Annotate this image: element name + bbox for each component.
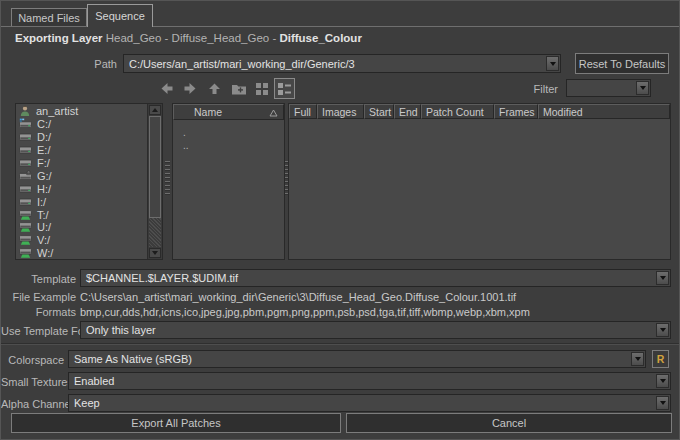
alpha-channels-value: Keep	[74, 397, 100, 409]
place-label: C:/	[37, 118, 51, 130]
export-dialog: Named Files Sequence Exporting Layer Hea…	[0, 0, 680, 440]
place-label: H:/	[37, 183, 51, 195]
chevron-down-icon[interactable]	[656, 323, 669, 337]
drive-icon	[19, 144, 32, 156]
column-header-start[interactable]: Start	[364, 104, 394, 119]
drive-icon	[19, 196, 32, 208]
column-header-end[interactable]: End	[394, 104, 421, 119]
grid-view-icon[interactable]	[253, 80, 270, 97]
place-label: an_artist	[36, 105, 78, 117]
detail-view-icon[interactable]	[274, 78, 295, 99]
shared-drive-icon	[19, 170, 32, 182]
path-label: Path	[1, 58, 117, 70]
up-icon[interactable]	[206, 80, 223, 97]
alpha-channels-combobox[interactable]: Keep	[68, 394, 671, 412]
network-drive-icon	[19, 247, 32, 259]
scroll-down-icon[interactable]	[149, 248, 161, 258]
sequence-table-header-row: Full Images Start End Patch Count Frames…	[289, 104, 670, 120]
use-template-for-label: Use Template For	[1, 325, 76, 337]
template-label: Template	[1, 273, 76, 285]
chevron-down-icon[interactable]	[631, 352, 644, 366]
place-label: T:/	[37, 209, 49, 221]
column-header-modified[interactable]: Modified	[538, 104, 670, 119]
place-label: G:/	[37, 170, 52, 182]
name-header-label: Name	[194, 106, 222, 118]
new-folder-icon[interactable]	[230, 80, 247, 97]
alpha-channels-label: Alpha Channels	[1, 398, 64, 410]
path-combobox[interactable]: C:/Users/an_artist/mari_working_dir/Gene…	[123, 54, 561, 73]
list-item[interactable]: V:/	[16, 234, 146, 247]
place-label: E:/	[37, 144, 50, 156]
network-drive-icon	[19, 234, 32, 246]
use-template-for-value: Only this layer	[86, 324, 156, 336]
network-drive-icon	[19, 209, 32, 221]
list-item[interactable]: F:/	[16, 157, 146, 170]
filter-combobox[interactable]	[566, 79, 651, 97]
path-value: C:/Users/an_artist/mari_working_dir/Gene…	[129, 58, 355, 70]
system-drive-icon	[19, 118, 32, 130]
list-item[interactable]: C:/	[16, 118, 146, 131]
column-header-full[interactable]: Full	[289, 104, 317, 119]
sort-ascending-icon	[269, 109, 278, 117]
colorspace-reset-button[interactable]: R	[652, 350, 669, 368]
user-icon	[19, 105, 31, 117]
chevron-down-icon[interactable]	[636, 81, 649, 95]
list-item[interactable]: .	[173, 126, 284, 139]
place-label: V:/	[37, 234, 50, 246]
list-item[interactable]: D:/	[16, 131, 146, 144]
directory-panel: Name . ..	[172, 103, 285, 260]
section-divider	[1, 343, 680, 345]
template-combobox[interactable]: $CHANNEL.$LAYER.$UDIM.tif	[80, 269, 671, 287]
file-example-label: File Example	[1, 291, 76, 303]
forward-icon[interactable]	[182, 80, 199, 97]
small-textures-value: Enabled	[74, 375, 114, 387]
place-label: F:/	[37, 157, 50, 169]
export-all-patches-button[interactable]: Export All Patches	[11, 413, 341, 433]
scroll-up-icon[interactable]	[149, 105, 161, 115]
list-item[interactable]: I:/	[16, 195, 146, 208]
scrollbar-thumb[interactable]	[149, 116, 161, 218]
exporting-layer-path: Head_Geo - Diffuse_Head_Geo -	[106, 32, 280, 44]
place-label: W:/	[37, 247, 53, 259]
place-label: I:/	[37, 196, 46, 208]
tab-named-files[interactable]: Named Files	[11, 8, 87, 26]
name-column-header[interactable]: Name	[173, 104, 284, 120]
small-textures-label: Small Textures	[1, 376, 64, 388]
colorspace-label: Colorspace	[1, 354, 64, 366]
template-value: $CHANNEL.$LAYER.$UDIM.tif	[86, 272, 238, 284]
reset-to-defaults-button[interactable]: Reset To Defaults	[575, 53, 669, 74]
filter-label: Filter	[481, 83, 558, 95]
places-list: an_artist C:/ D:/ E:/ F:/ G:/	[16, 105, 146, 260]
sequence-table-panel: Full Images Start End Patch Count Frames…	[288, 103, 671, 260]
chevron-down-icon[interactable]	[656, 271, 669, 285]
tab-sequence[interactable]: Sequence	[87, 4, 153, 27]
drive-icon	[19, 157, 32, 169]
back-icon[interactable]	[158, 80, 175, 97]
column-header-patch-count[interactable]: Patch Count	[421, 104, 494, 119]
list-item[interactable]: U:/	[16, 221, 146, 234]
cancel-button[interactable]: Cancel	[346, 413, 672, 433]
drive-icon	[19, 183, 32, 195]
list-item[interactable]: T:/	[16, 208, 146, 221]
place-label: D:/	[37, 131, 51, 143]
colorspace-value: Same As Native (sRGB)	[74, 353, 192, 365]
list-item[interactable]: H:/	[16, 182, 146, 195]
list-item[interactable]: E:/	[16, 144, 146, 157]
use-template-for-combobox[interactable]: Only this layer	[80, 321, 671, 339]
list-item[interactable]: ..	[173, 139, 284, 152]
exporting-layer-channel: Diffuse_Colour	[279, 32, 361, 44]
places-scrollbar[interactable]	[147, 104, 162, 259]
colorspace-combobox[interactable]: Same As Native (sRGB)	[68, 350, 646, 368]
chevron-down-icon[interactable]	[656, 396, 669, 410]
chevron-down-icon[interactable]	[656, 374, 669, 388]
small-textures-combobox[interactable]: Enabled	[68, 372, 671, 390]
list-item[interactable]: G:/	[16, 169, 146, 182]
splitter-handle[interactable]	[165, 161, 170, 197]
list-item[interactable]: an_artist	[16, 105, 146, 118]
exporting-layer-label: Exporting Layer	[15, 32, 103, 44]
column-header-images[interactable]: Images	[317, 104, 364, 119]
column-header-frames[interactable]: Frames	[494, 104, 538, 119]
chevron-down-icon[interactable]	[546, 56, 559, 71]
list-item[interactable]: W:/	[16, 247, 146, 260]
formats-value: bmp,cur,dds,hdr,icns,ico,jpeg,jpg,pbm,pg…	[80, 306, 530, 318]
